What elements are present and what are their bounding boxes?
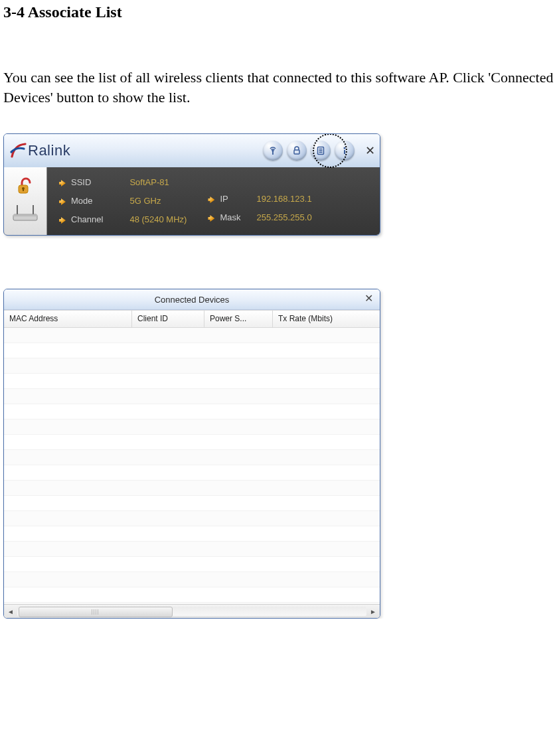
svg-point-7 — [344, 147, 346, 149]
info-grid-right: IP 192.168.123.1 Mask 255.255.255.0 — [208, 182, 315, 235]
table-row — [4, 389, 380, 404]
devices-title-text: Connected Devices — [155, 295, 230, 305]
ap-config-button[interactable] — [263, 141, 283, 161]
ralink-logo-text: Ralink — [28, 142, 70, 159]
devices-column-headers: MAC Address Client ID Power S... Tx Rate… — [4, 311, 380, 328]
svg-rect-11 — [23, 189, 24, 191]
ap-icon-zone — [4, 167, 47, 235]
svg-rect-8 — [344, 150, 345, 154]
svg-point-1 — [272, 150, 274, 152]
table-row — [4, 587, 380, 603]
mask-label: Mask — [208, 208, 240, 227]
info-button[interactable] — [335, 141, 355, 161]
table-row — [4, 419, 380, 435]
router-icon — [11, 204, 40, 226]
ip-label: IP — [208, 190, 240, 208]
devices-close-button[interactable]: ✕ — [362, 292, 376, 305]
toolbar-buttons — [263, 141, 355, 161]
table-row — [4, 542, 380, 557]
table-row — [4, 358, 380, 374]
connected-devices-button[interactable] — [311, 141, 331, 161]
security-button[interactable] — [287, 141, 307, 161]
mode-label: Mode — [59, 192, 103, 210]
horizontal-scrollbar[interactable]: ◄ ► — [4, 604, 380, 618]
table-row — [4, 343, 380, 358]
svg-rect-2 — [294, 150, 299, 154]
ralink-titlebar: Ralink — [4, 134, 380, 167]
table-row — [4, 465, 380, 481]
table-row — [4, 435, 380, 450]
table-row — [4, 374, 380, 389]
section-body: You can see the list of all wireless cli… — [3, 68, 556, 107]
ssid-label: SSID — [59, 173, 103, 192]
mode-value: 5G GHz — [129, 192, 187, 210]
col-header-power[interactable]: Power S... — [204, 311, 273, 328]
scroll-thumb[interactable] — [19, 607, 173, 617]
mask-value: 255.255.255.0 — [256, 208, 311, 227]
ralink-logo-mark-icon — [9, 142, 27, 159]
scroll-track[interactable] — [17, 607, 366, 616]
channel-label: Channel — [59, 210, 103, 229]
col-header-mac[interactable]: MAC Address — [4, 311, 132, 328]
table-row — [4, 496, 380, 511]
devices-body: MAC Address Client ID Power S... Tx Rate… — [4, 310, 380, 618]
ssid-value: SoftAP-81 — [129, 173, 187, 192]
connected-devices-window: Connected Devices ✕ MAC Address Client I… — [3, 289, 380, 619]
devices-titlebar: Connected Devices ✕ — [4, 289, 380, 310]
devices-rows — [4, 328, 380, 604]
ralink-info-panel: SSID SoftAP-81 Mode 5G GHz Channel 48 (5… — [4, 167, 380, 235]
table-row — [4, 526, 380, 542]
section-heading: 3-4 Associate List — [3, 3, 559, 21]
table-row — [4, 511, 380, 526]
table-row — [4, 450, 380, 465]
table-row — [4, 481, 380, 496]
info-grid-left: SSID SoftAP-81 Mode 5G GHz Channel 48 (5… — [47, 167, 191, 235]
col-header-client-id[interactable]: Client ID — [132, 311, 204, 328]
svg-rect-15 — [13, 214, 37, 216]
table-row — [4, 572, 380, 587]
scroll-left-button[interactable]: ◄ — [4, 608, 17, 615]
ralink-status-card: Ralink — [3, 133, 380, 236]
col-header-tx-rate[interactable]: Tx Rate (Mbits) — [273, 311, 380, 328]
table-row — [4, 328, 380, 343]
table-row — [4, 404, 380, 419]
ralink-close-button[interactable]: ✕ — [360, 141, 380, 161]
lock-open-icon — [15, 176, 36, 200]
scroll-right-button[interactable]: ► — [366, 608, 380, 615]
ip-value: 192.168.123.1 — [256, 190, 311, 208]
ralink-logo: Ralink — [9, 142, 70, 159]
table-row — [4, 557, 380, 572]
channel-value: 48 (5240 MHz) — [129, 210, 187, 229]
